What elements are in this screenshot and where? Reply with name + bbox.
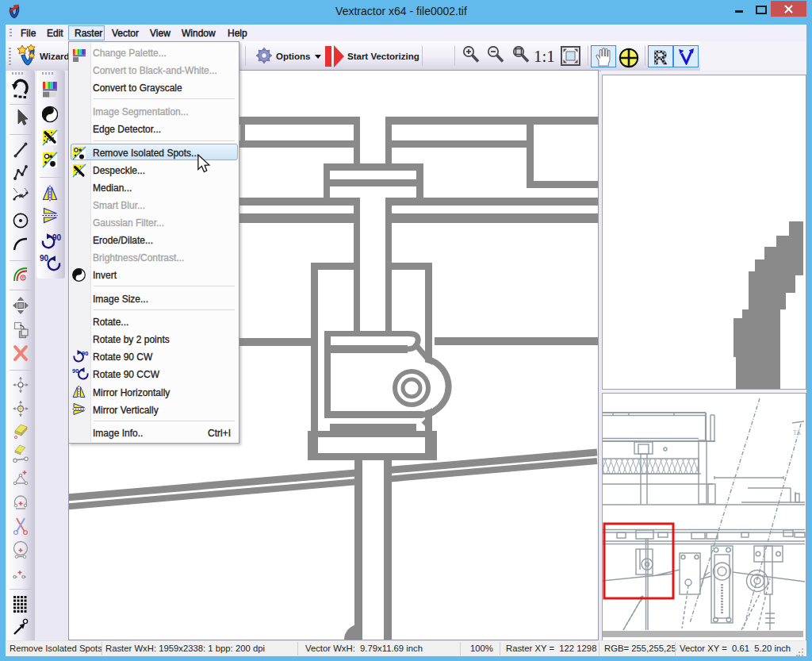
- svg-text:90: 90: [72, 367, 79, 375]
- svg-text:90: 90: [40, 254, 49, 263]
- svg-text:e: e: [21, 275, 25, 280]
- svg-text:R: R: [654, 48, 667, 65]
- svg-text:TA: TA: [793, 429, 801, 436]
